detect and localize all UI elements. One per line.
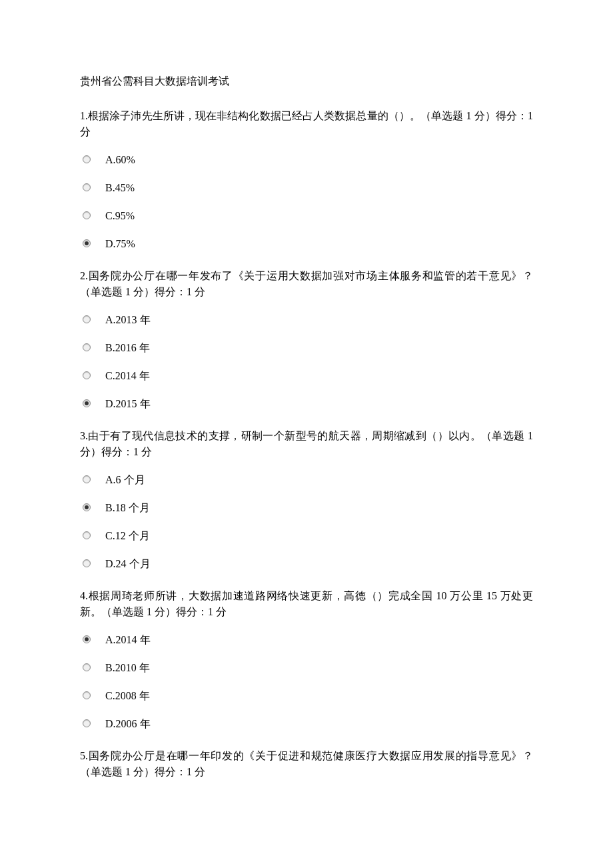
option-row[interactable]: C.2008 年 bbox=[80, 688, 533, 704]
question-text: 2.国务院办公厅在哪一年发布了《关于运用大数据加强对市场主体服务和监管的若干意见… bbox=[80, 268, 533, 300]
radio-icon[interactable] bbox=[83, 211, 91, 219]
option-row[interactable]: C.95% bbox=[80, 208, 533, 224]
option-row[interactable]: B.2016 年 bbox=[80, 340, 533, 356]
radio-icon[interactable] bbox=[83, 343, 91, 351]
option-label: C.2014 年 bbox=[105, 368, 150, 384]
option-label: B.2016 年 bbox=[105, 340, 150, 356]
radio-icon[interactable] bbox=[83, 399, 91, 407]
radio-icon[interactable] bbox=[83, 531, 91, 539]
radio-icon[interactable] bbox=[83, 371, 91, 379]
option-label: B.18 个月 bbox=[105, 500, 150, 516]
radio-icon[interactable] bbox=[83, 635, 91, 643]
option-label: C.12 个月 bbox=[105, 528, 150, 544]
option-label: C.2008 年 bbox=[105, 688, 150, 704]
option-label: A.2014 年 bbox=[105, 632, 151, 648]
option-row[interactable]: C.2014 年 bbox=[80, 368, 533, 384]
question-text: 1.根据涂子沛先生所讲，现在非结构化数据已经占人类数据总量的（）。（单选题 1 … bbox=[80, 108, 533, 140]
question-text: 5.国务院办公厅是在哪一年印发的《关于促进和规范健康医疗大数据应用发展的指导意见… bbox=[80, 748, 533, 780]
radio-icon[interactable] bbox=[83, 239, 91, 247]
radio-icon[interactable] bbox=[83, 155, 91, 163]
questions-container: 1.根据涂子沛先生所讲，现在非结构化数据已经占人类数据总量的（）。（单选题 1 … bbox=[80, 108, 533, 787]
option-row[interactable]: D.2006 年 bbox=[80, 716, 533, 732]
radio-icon[interactable] bbox=[83, 691, 91, 699]
option-label: D.75% bbox=[105, 236, 135, 252]
page-title: 贵州省公需科目大数据培训考试 bbox=[80, 73, 533, 89]
option-label: C.95% bbox=[105, 208, 135, 224]
option-label: B.45% bbox=[105, 180, 135, 196]
option-row[interactable]: B.2010 年 bbox=[80, 660, 533, 676]
radio-icon[interactable] bbox=[83, 663, 91, 671]
option-row[interactable]: D.75% bbox=[80, 236, 533, 252]
option-row[interactable]: B.18 个月 bbox=[80, 500, 533, 516]
question-text: 3.由于有了现代信息技术的支撑，研制一个新型号的航天器，周期缩减到（）以内。（单… bbox=[80, 428, 533, 460]
question-text: 4.根据周琦老师所讲，大数据加速道路网络快速更新，高德（）完成全国 10 万公里… bbox=[80, 588, 533, 620]
option-row[interactable]: A.2014 年 bbox=[80, 632, 533, 648]
option-label: A.6 个月 bbox=[105, 472, 145, 488]
radio-icon[interactable] bbox=[83, 559, 91, 567]
option-row[interactable]: A.6 个月 bbox=[80, 472, 533, 488]
radio-icon[interactable] bbox=[83, 503, 91, 511]
radio-icon[interactable] bbox=[83, 475, 91, 483]
option-label: D.2015 年 bbox=[105, 396, 151, 412]
radio-icon[interactable] bbox=[83, 315, 91, 323]
option-label: B.2010 年 bbox=[105, 660, 150, 676]
option-label: D.2006 年 bbox=[105, 716, 151, 732]
option-label: A.2013 年 bbox=[105, 312, 151, 328]
option-row[interactable]: D.2015 年 bbox=[80, 396, 533, 412]
option-row[interactable]: A.60% bbox=[80, 152, 533, 168]
option-row[interactable]: C.12 个月 bbox=[80, 528, 533, 544]
radio-icon[interactable] bbox=[83, 183, 91, 191]
option-row[interactable]: D.24 个月 bbox=[80, 556, 533, 572]
option-label: A.60% bbox=[105, 152, 135, 168]
option-row[interactable]: B.45% bbox=[80, 180, 533, 196]
radio-icon[interactable] bbox=[83, 719, 91, 727]
option-row[interactable]: A.2013 年 bbox=[80, 312, 533, 328]
option-label: D.24 个月 bbox=[105, 556, 151, 572]
